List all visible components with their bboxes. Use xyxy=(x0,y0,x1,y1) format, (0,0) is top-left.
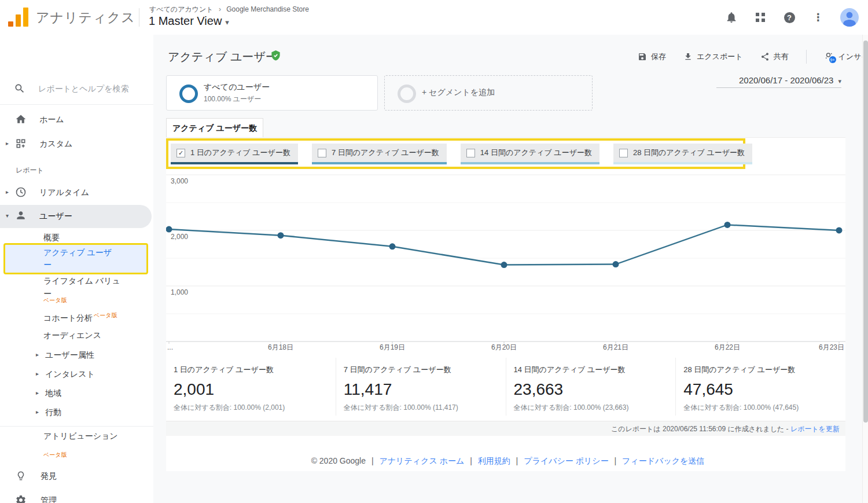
apps-grid-icon[interactable] xyxy=(753,10,767,24)
svg-text:6月20日: 6月20日 xyxy=(491,343,517,351)
page-title: アクティブ ユーザー xyxy=(168,49,277,65)
sidebar-item-custom[interactable]: カスタム xyxy=(39,139,72,149)
tab-active-users-count[interactable]: アクティブ ユーザー数 xyxy=(166,118,263,138)
analytics-app: アナリティクス すべてのアカウント › Google Merchandise S… xyxy=(0,0,868,503)
sidebar-item-admin[interactable]: 管理 xyxy=(41,495,57,503)
search-input[interactable] xyxy=(37,83,144,94)
breadcrumb-all-accounts[interactable]: すべてのアカウント xyxy=(149,5,214,13)
scorecard-14day: 14 日間のアクティブ ユーザー数 23,663 全体に対する割合: 100.0… xyxy=(506,358,676,416)
scorecard-share: 全体に対する割合: 100.00% (2,001) xyxy=(174,403,336,413)
user-avatar[interactable] xyxy=(840,8,859,27)
note-text: このレポートは 2020/06/25 11:56:09 に作成されました - xyxy=(611,425,790,433)
chevron-down-icon: ▾ xyxy=(225,18,229,27)
svg-text:6月21日: 6月21日 xyxy=(603,343,628,351)
analytics-logo-icon xyxy=(23,8,28,27)
date-range-picker[interactable]: 2020/06/17 - 2020/06/23▾ xyxy=(716,75,841,88)
divider xyxy=(806,50,807,64)
svg-text:2,000: 2,000 xyxy=(171,233,188,241)
scrollbar-thumb[interactable] xyxy=(863,41,868,423)
scorecard-row: 1 日のアクティブ ユーザー数 2,001 全体に対する割合: 100.00% … xyxy=(166,358,845,416)
save-button[interactable]: 保存 xyxy=(638,52,666,62)
add-segment-label: + セグメントを追加 xyxy=(422,87,495,98)
svg-text:1,000: 1,000 xyxy=(171,288,188,296)
sidebar-item-audience[interactable]: オーディエンス xyxy=(43,331,101,341)
top-header: アナリティクス すべてのアカウント › Google Merchandise S… xyxy=(0,0,868,35)
footer-link-analytics-home[interactable]: アナリティクス ホーム xyxy=(379,456,464,465)
scorecard-value: 47,645 xyxy=(683,380,845,399)
svg-text:...: ... xyxy=(167,343,173,351)
scorecard-value: 23,663 xyxy=(514,380,676,399)
footer-link-privacy[interactable]: プライバシー ポリシー xyxy=(524,456,609,465)
checkbox-icon[interactable]: ✓ xyxy=(176,149,185,157)
metric-toggle-28day[interactable]: 28 日間のアクティブ ユーザー数 xyxy=(613,144,752,164)
main-content: アクティブ ユーザー 保存 エクスポート 共有 9+ インサイト xyxy=(153,35,868,503)
segment-ring-icon xyxy=(179,85,198,103)
notifications-bell-icon[interactable] xyxy=(724,10,738,24)
sidebar-item-user[interactable]: ユーザー xyxy=(39,211,72,222)
verified-shield-icon xyxy=(270,50,281,62)
overflow-menu-icon[interactable]: ⋮ xyxy=(811,10,825,24)
checkbox-icon[interactable] xyxy=(318,149,326,157)
view-selector[interactable]: 1 Master View▾ xyxy=(149,14,229,28)
sidebar-item-active-users[interactable]: アクティブ ユーザー xyxy=(43,247,120,271)
analytics-logo-icon xyxy=(16,14,21,27)
add-segment-button[interactable]: + セグメントを追加 xyxy=(384,75,593,111)
metric-toggle-row-highlight: ✓ 1 日のアクティブ ユーザー数 7 日間のアクティブ ユーザー数 14 日間… xyxy=(166,138,745,169)
expand-icon[interactable]: ▸ xyxy=(6,140,9,146)
refresh-report-link[interactable]: レポートを更新 xyxy=(790,425,840,433)
sidebar-item-discover[interactable]: 発見 xyxy=(41,471,57,482)
sidebar-item-home[interactable]: ホーム xyxy=(39,115,64,125)
sidebar-item-attribution[interactable]: アトリビューション xyxy=(43,429,130,442)
metric-toggle-label: 28 日間のアクティブ ユーザー数 xyxy=(633,148,745,158)
share-label: 共有 xyxy=(774,52,789,62)
footer-link-feedback[interactable]: フィードバックを送信 xyxy=(622,456,704,465)
insights-button[interactable]: 9+ インサイト xyxy=(824,52,868,62)
metric-toggle-14day[interactable]: 14 日間のアクティブ ユーザー数 xyxy=(461,144,599,164)
realtime-clock-icon xyxy=(15,186,27,198)
sidebar-item-geo[interactable]: 地域 xyxy=(45,388,61,399)
sidebar-nav: ホーム ▸ カスタム レポート ▸ リアルタイム ▾ ユーザー 概要 アクティブ… xyxy=(0,35,153,503)
sidebar-item-behavior[interactable]: 行動 xyxy=(45,407,61,418)
export-button[interactable]: エクスポート xyxy=(683,52,743,62)
metric-toggle-7day[interactable]: 7 日間のアクティブ ユーザー数 xyxy=(312,144,447,164)
series-color-bar xyxy=(171,162,298,164)
footer-link-terms[interactable]: 利用規約 xyxy=(478,456,510,465)
expand-icon[interactable]: ▸ xyxy=(36,390,39,396)
scorecard-label: 7 日間のアクティブ ユーザー数 xyxy=(344,365,506,375)
expand-icon[interactable]: ▸ xyxy=(6,189,9,195)
expand-icon[interactable]: ▸ xyxy=(36,351,39,358)
scorecard-7day: 7 日間のアクティブ ユーザー数 11,417 全体に対する割合: 100.00… xyxy=(336,358,506,416)
divider xyxy=(0,104,153,105)
checkbox-icon[interactable] xyxy=(466,149,475,157)
sidebar-item-cohort[interactable]: コホート分析ベータ版 xyxy=(43,311,117,324)
sidebar-item-realtime[interactable]: リアルタイム xyxy=(39,188,89,198)
home-icon xyxy=(15,113,27,125)
collapse-icon[interactable]: ▾ xyxy=(6,212,9,219)
reports-section-label: レポート xyxy=(16,166,44,175)
breadcrumb-property[interactable]: Google Merchandise Store xyxy=(226,5,309,13)
help-icon[interactable]: ? xyxy=(782,10,796,24)
sidebar-item-interests[interactable]: インタレスト xyxy=(45,369,95,380)
save-icon xyxy=(638,52,647,61)
share-button[interactable]: 共有 xyxy=(760,52,789,62)
scorecard-1day: 1 日のアクティブ ユーザー数 2,001 全体に対する割合: 100.00% … xyxy=(166,358,336,416)
segment-all-users[interactable]: すべてのユーザー 100.00% ユーザー xyxy=(166,75,378,111)
beta-badge: ベータ版 xyxy=(43,296,67,304)
checkbox-icon[interactable] xyxy=(619,149,628,157)
sidebar-item-demographics[interactable]: ユーザー属性 xyxy=(45,350,94,361)
expand-icon[interactable]: ▸ xyxy=(36,370,39,377)
sidebar-item-overview[interactable]: 概要 xyxy=(43,233,60,243)
report-generated-note: このレポートは 2020/06/25 11:56:09 に作成されました - レ… xyxy=(166,421,845,436)
metric-toggle-1day[interactable]: ✓ 1 日のアクティブ ユーザー数 xyxy=(171,144,298,164)
series-color-bar xyxy=(613,162,752,164)
scorecard-label: 1 日のアクティブ ユーザー数 xyxy=(174,365,336,375)
segment-title: すべてのユーザー xyxy=(204,82,270,93)
metric-toggle-label: 7 日間のアクティブ ユーザー数 xyxy=(332,148,439,158)
product-name[interactable]: アナリティクス xyxy=(36,9,135,27)
footer-separator: | xyxy=(372,456,374,465)
insights-badge: 9+ xyxy=(829,56,836,63)
scrollbar-track[interactable] xyxy=(862,35,868,503)
expand-icon[interactable]: ▸ xyxy=(36,409,39,415)
date-range-value: 2020/06/17 - 2020/06/23 xyxy=(739,75,833,85)
chevron-down-icon: ▾ xyxy=(838,78,841,85)
